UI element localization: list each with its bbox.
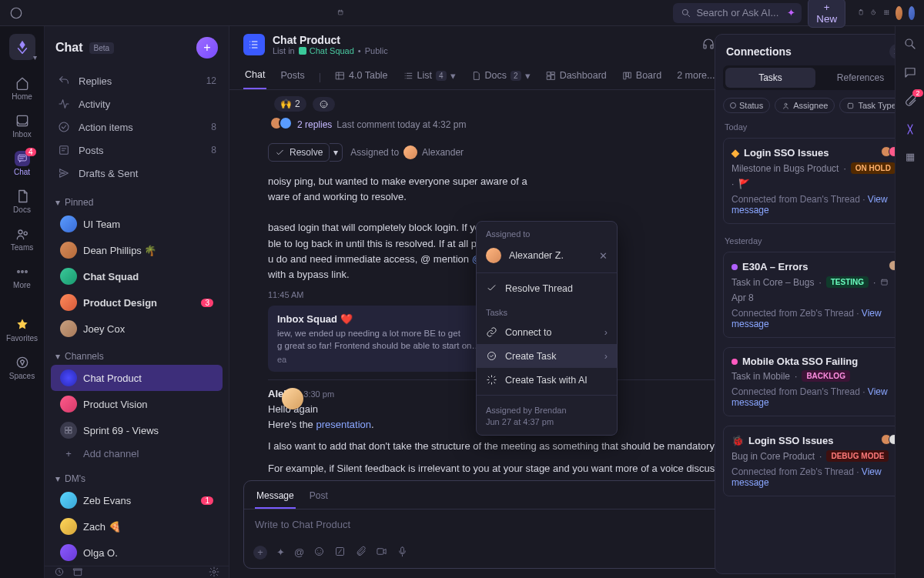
channels-section[interactable]: ▾Channels (45, 342, 229, 365)
dd-connect-to[interactable]: Connect to › (477, 320, 617, 344)
headphones-icon[interactable] (701, 37, 715, 53)
svg-point-30 (213, 570, 216, 573)
nav-posts[interactable]: Posts8 (51, 139, 223, 162)
tab-chat[interactable]: Chat (243, 63, 266, 89)
pinned-item[interactable]: UI Team (51, 211, 223, 237)
comments-icon[interactable] (903, 65, 917, 82)
video-icon[interactable] (376, 546, 387, 560)
tab-dashboard[interactable]: Dashboard (544, 64, 608, 89)
add-reaction[interactable] (313, 97, 335, 112)
tab-table[interactable]: 4.0 Table (333, 64, 390, 89)
user-avatar-1[interactable] (896, 6, 902, 20)
rail-favorites[interactable]: Favorites (4, 312, 41, 347)
search-icon (681, 8, 691, 18)
slash-command-icon[interactable] (334, 546, 346, 560)
presentation-link[interactable]: presentation (316, 419, 371, 430)
conn-tab-references[interactable]: References (815, 68, 906, 88)
add-channel[interactable]: +Add channel (51, 443, 223, 464)
ai-compose-icon[interactable]: ✦ (276, 546, 285, 558)
stopwatch-icon[interactable] (870, 6, 876, 20)
tab-list[interactable]: List4▾ (402, 64, 457, 89)
nav-drafts[interactable]: Drafts & Sent (51, 162, 223, 185)
attachments-icon[interactable]: 2 (903, 94, 917, 110)
mention-icon[interactable]: @ (294, 546, 304, 558)
assignee-avatar (403, 145, 417, 159)
user-avatar-2[interactable] (909, 6, 915, 20)
channel-item[interactable]: Sprint 69 - Views (51, 417, 223, 443)
attach-plus-icon[interactable]: + (253, 546, 267, 560)
pinned-section[interactable]: ▾Pinned (45, 188, 229, 211)
channel-item[interactable]: Product Vision (51, 391, 223, 417)
search-icon[interactable] (903, 37, 917, 53)
check-icon (486, 282, 497, 294)
connection-card[interactable]: E30A – Errors Task in Core – Bugs · TEST… (723, 252, 908, 338)
pinned-item[interactable]: Dean Phillips 🌴 (51, 237, 223, 263)
nav-action-items[interactable]: Action items8 (51, 115, 223, 139)
last-comment-time: Last comment today at 4:32 pm (336, 119, 466, 130)
channel-avatar (60, 369, 77, 386)
mic-icon[interactable] (397, 546, 408, 560)
filter-status[interactable]: Status (723, 98, 770, 113)
conn-tab-tasks[interactable]: Tasks (725, 68, 815, 88)
pinned-item[interactable]: Chat Squad (51, 263, 223, 289)
composer-tab-message[interactable]: Message (255, 487, 296, 509)
svg-point-18 (17, 271, 19, 273)
filter-assignee[interactable]: Assignee (775, 98, 835, 113)
rail-more[interactable]: More (4, 259, 41, 294)
remove-assignee-icon[interactable]: ✕ (599, 250, 608, 262)
settings-icon[interactable] (209, 566, 219, 578)
connection-card[interactable]: 🐞Login SSO Issues Bug in Core Product · … (723, 426, 908, 496)
rail-docs[interactable]: Docs (4, 184, 41, 219)
workspace-logo[interactable]: ▾ (9, 34, 35, 60)
channel-subtitle: List in Chat Squad • Public (273, 46, 388, 55)
dm-item[interactable]: Zeb Evans1 (51, 487, 223, 513)
calendar-icon[interactable] (337, 6, 343, 20)
user-avatar-icon (60, 518, 77, 535)
dd-create-task[interactable]: Create Task › (477, 344, 617, 368)
nav-replies[interactable]: Replies12 (51, 69, 223, 92)
ai-task-icon (486, 374, 497, 386)
tab-more[interactable]: 2 more... (675, 64, 716, 89)
rail-chat[interactable]: 4 Chat (4, 146, 41, 181)
rail-inbox[interactable]: Inbox (4, 109, 41, 143)
clipboard-icon[interactable] (858, 6, 864, 20)
apps-icon[interactable]: ▦ (906, 151, 915, 162)
rail-spaces[interactable]: Spaces (4, 350, 41, 385)
channel-item[interactable]: Chat Product (51, 365, 223, 391)
tab-posts[interactable]: Posts (279, 64, 306, 89)
clock-icon[interactable] (54, 566, 65, 578)
tab-board[interactable]: Board (621, 64, 663, 89)
ai-spark-icon: ✦ (787, 7, 795, 18)
global-search[interactable]: Search or Ask AI... ✦ (673, 3, 802, 23)
apps-grid-icon[interactable] (883, 6, 889, 20)
connection-card[interactable]: ◆Login SSO Issues Milestone in Bugs Prod… (723, 138, 908, 224)
dd-tasks-label: Tasks (477, 300, 617, 320)
pinned-item[interactable]: Joey Cox (51, 316, 223, 342)
tab-docs[interactable]: Docs2▾ (470, 64, 532, 89)
rail-home[interactable]: Home (4, 71, 41, 105)
pinned-item[interactable]: Product Design3 (51, 289, 223, 316)
author-avatar[interactable] (282, 388, 303, 409)
dms-section[interactable]: ▾DM's (45, 464, 229, 487)
dm-item[interactable]: Olga O. (51, 540, 223, 566)
dm-item[interactable]: Zach 🍕 (51, 513, 223, 540)
composer-tab-post[interactable]: Post (308, 487, 330, 509)
connection-card[interactable]: Mobile Okta SSO Failing Task in Mobile ·… (723, 347, 908, 416)
dd-create-task-ai[interactable]: Create Task with AI (477, 368, 617, 392)
dd-assignee-row[interactable]: Alexander Z. ✕ (477, 242, 617, 269)
filter-tasktype[interactable]: Task Type (839, 98, 902, 113)
replies-link[interactable]: 2 replies (297, 119, 332, 130)
resolve-button[interactable]: Resolve (268, 143, 330, 162)
reaction-pill[interactable]: 🙌 2 (274, 96, 306, 112)
unread-badge: 1 (201, 496, 213, 505)
nav-activity[interactable]: Activity (51, 92, 223, 115)
resolve-dropdown-toggle[interactable]: ▾ (330, 143, 343, 162)
emoji-icon[interactable] (313, 546, 325, 560)
new-button[interactable]: + New (808, 0, 845, 28)
archive-icon[interactable] (72, 566, 83, 578)
dd-resolve-thread[interactable]: Resolve Thread (477, 276, 617, 300)
connections-icon[interactable] (903, 122, 917, 139)
new-chat-button[interactable]: + (196, 37, 218, 58)
attachment-icon[interactable] (355, 546, 367, 560)
rail-teams[interactable]: Teams (4, 222, 41, 256)
